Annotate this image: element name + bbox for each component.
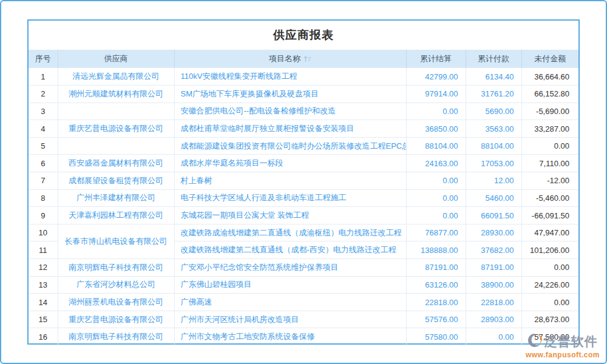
table-row: 12南京明辉电子科技有限公司广安邓小平纪念馆安全防范系统维护保养项目87191.… [29, 259, 578, 277]
paid-cell[interactable]: 66091.50 [466, 207, 521, 224]
supplier-cell[interactable]: 广东省河沙材料总公司 [58, 276, 174, 294]
unpaid-cell: 0.00 [521, 137, 578, 155]
paid-cell[interactable]: 37682.00 [466, 241, 521, 259]
index-cell: 3 [29, 103, 58, 120]
paid-cell[interactable]: 88104.00 [466, 137, 521, 155]
paid-cell[interactable]: 5460.00 [466, 189, 521, 207]
settled-cell[interactable]: 57576.00 [406, 311, 466, 328]
settled-cell[interactable]: 63126.00 [406, 276, 466, 294]
col-header-label: 项目名称 [269, 54, 300, 63]
table-row: 14湖州丽景机电设备有限公司广佛高速22818.0022818.000.00 [29, 294, 578, 311]
paid-cell[interactable]: 38900.00 [466, 276, 521, 294]
project-cell[interactable]: 广东佛山碧桂园项目 [174, 276, 406, 294]
paid-cell[interactable]: 28903.00 [466, 311, 521, 328]
table-row: 10长春市博山机电设备有限公司改建铁路成渝线增建第二直通线（成渝枢纽）电力线路迁… [29, 224, 578, 241]
index-cell: 7 [29, 172, 58, 190]
supplier-cell[interactable]: 重庆艺普电源设备有限公司 [58, 120, 174, 138]
paid-cell[interactable]: 22818.00 [466, 294, 521, 311]
settled-cell[interactable]: 42799.00 [406, 68, 466, 86]
supplier-cell[interactable]: 重庆艺普电源设备有限公司 [58, 311, 174, 328]
unpaid-cell: -5,690.00 [521, 103, 578, 120]
project-cell[interactable]: 广安邓小平纪念馆安全防范系统维护保养项目 [174, 259, 406, 277]
col-header-label: 累计结算 [420, 54, 452, 63]
paid-cell[interactable]: 17053.00 [466, 155, 521, 172]
settled-cell[interactable]: 0.00 [406, 189, 466, 207]
paid-cell[interactable]: 31761.20 [466, 86, 521, 103]
project-cell[interactable]: SM广场地下车库更换摄像机及硬盘项目 [174, 86, 406, 103]
supplier-cell[interactable]: 南京明辉电子科技有限公司 [58, 259, 174, 277]
supplier-cell[interactable]: 广州丰泽建材有限公司 [58, 189, 174, 207]
col-header-project[interactable]: 项目名称 [174, 50, 406, 68]
settled-cell[interactable]: 0.00 [406, 207, 466, 224]
supplier-cell[interactable]: 成都展望设备租赁有限公司 [58, 172, 174, 190]
project-cell[interactable]: 广州市天河区统计局机房改造项目 [174, 311, 406, 328]
settled-cell[interactable]: 57580.00 [406, 328, 466, 346]
report-title: 供应商报表 [29, 21, 578, 50]
settled-cell[interactable]: 36850.00 [406, 120, 466, 138]
paid-cell[interactable]: 87191.00 [466, 259, 521, 277]
supplier-cell[interactable]: 西安盛器金属材料有限公司 [58, 155, 174, 172]
settled-cell[interactable]: 87191.00 [406, 259, 466, 277]
unpaid-cell: 47,947.00 [521, 224, 578, 241]
project-cell[interactable]: 电子科技大学区域人行道及非机动车道工程施工 [174, 189, 406, 207]
paid-cell[interactable]: 3563.00 [466, 120, 521, 138]
project-cell[interactable]: 改建铁路成渝线增建第二直通线（成渝枢纽）电力线路迁改工程 [174, 224, 406, 241]
supplier-cell [58, 137, 174, 155]
paid-cell[interactable]: 5690.00 [466, 103, 521, 120]
project-cell[interactable]: 安徽合肥供电公司--配电设备检修维护和改造 [174, 103, 406, 120]
index-cell: 4 [29, 120, 58, 138]
unpaid-cell: 33,287.00 [521, 120, 578, 138]
index-cell: 11 [29, 241, 58, 259]
project-cell[interactable]: 广州市文物考古工地安防系统设备保修 [174, 328, 406, 346]
settled-cell[interactable]: 22818.00 [406, 294, 466, 311]
project-cell[interactable]: 成都水岸华庭名苑项目一标段 [174, 155, 406, 172]
settled-cell[interactable]: 0.00 [406, 103, 466, 120]
supplier-cell[interactable]: 湖州丽景机电设备有限公司 [58, 294, 174, 311]
settled-cell[interactable]: 138888.00 [406, 241, 466, 259]
unpaid-cell: 36,664.60 [521, 68, 578, 86]
index-cell: 5 [29, 137, 58, 155]
unpaid-cell: -66,091.50 [521, 207, 578, 224]
index-cell: 16 [29, 328, 58, 346]
project-cell[interactable]: 成都杜甫草堂临时展厅独立展柜报警设备安装项目 [174, 120, 406, 138]
settled-cell[interactable]: 76877.00 [406, 224, 466, 241]
supplier-cell[interactable]: 清远光辉金属品有限公司 [58, 68, 174, 86]
supplier-report-table: 序号供应商项目名称累计结算累计付款未付金额 1清远光辉金属品有限公司110kV安… [29, 50, 578, 346]
table-row: 4重庆艺普电源设备有限公司成都杜甫草堂临时展厅独立展柜报警设备安装项目36850… [29, 120, 578, 138]
settled-cell[interactable]: 88104.00 [406, 137, 466, 155]
header-row: 序号供应商项目名称累计结算累计付款未付金额 [29, 50, 578, 68]
settled-cell[interactable]: 0.00 [406, 172, 466, 190]
index-cell: 15 [29, 311, 58, 328]
project-cell[interactable]: 东城花园一期项目公寓大堂 装饰工程 [174, 207, 406, 224]
col-header-label: 供应商 [104, 54, 128, 63]
paid-cell[interactable]: 28930.00 [466, 224, 521, 241]
index-cell: 8 [29, 189, 58, 207]
table-row: 8广州丰泽建材有限公司电子科技大学区域人行道及非机动车道工程施工0.005460… [29, 189, 578, 207]
col-header-paid: 累计付款 [466, 50, 521, 68]
index-cell: 1 [29, 68, 58, 86]
index-cell: 14 [29, 294, 58, 311]
supplier-cell[interactable]: 长春市博山机电设备有限公司 [58, 224, 174, 258]
project-cell[interactable]: 村上春树 [174, 172, 406, 190]
sort-asc-icon[interactable] [304, 55, 311, 64]
supplier-cell[interactable]: 潮州元顺建筑材料有限公司 [58, 86, 174, 103]
unpaid-cell: -12.00 [521, 172, 578, 190]
project-cell[interactable]: 成都能源建设集团投资有限公司临时办公场所装修改造工程EPC总承 [174, 137, 406, 155]
supplier-cell[interactable]: 天津嘉利园林工程有限公司 [58, 207, 174, 224]
watermark: 泛普软件 www.fanpusoft.com [526, 333, 600, 359]
settled-cell[interactable]: 97914.00 [406, 86, 466, 103]
supplier-cell [58, 103, 174, 120]
project-cell[interactable]: 广佛高速 [174, 294, 406, 311]
col-header-index: 序号 [29, 50, 58, 68]
table-row: 15重庆艺普电源设备有限公司广州市天河区统计局机房改造项目57576.00289… [29, 311, 578, 328]
paid-cell[interactable]: 0.00 [466, 328, 521, 346]
project-cell[interactable]: 改建铁路线增建第二线直通线（成都-西安）电力线路迁改工程 [174, 241, 406, 259]
project-cell[interactable]: 110kV安徽线程集变开断线路工程 [174, 68, 406, 86]
paid-cell[interactable]: 12.00 [466, 172, 521, 190]
unpaid-cell: 7,110.00 [521, 155, 578, 172]
table-row: 2潮州元顺建筑材料有限公司SM广场地下车库更换摄像机及硬盘项目97914.003… [29, 86, 578, 103]
paid-cell[interactable]: 6134.40 [466, 68, 521, 86]
settled-cell[interactable]: 24163.00 [406, 155, 466, 172]
supplier-cell[interactable]: 南京明辉电子科技有限公司 [58, 328, 174, 346]
fanpu-logo-icon [527, 333, 542, 350]
